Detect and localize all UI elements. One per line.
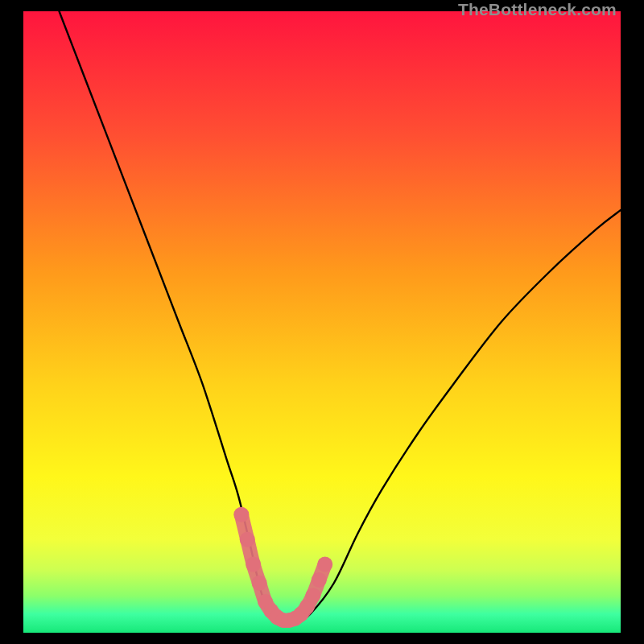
- watermark-text: TheBottleneck.com: [458, 0, 617, 19]
- highlight-dot: [317, 557, 332, 572]
- highlight-dot: [312, 572, 327, 588]
- highlight-dot: [252, 576, 267, 591]
- highlight-dot: [240, 532, 255, 547]
- highlight-dot: [233, 507, 249, 522]
- bottleneck-plot: [23, 11, 621, 633]
- highlight-dot: [305, 588, 320, 603]
- highlight-dot: [246, 557, 261, 572]
- chart-frame: [23, 11, 621, 633]
- gradient-background: [23, 11, 621, 633]
